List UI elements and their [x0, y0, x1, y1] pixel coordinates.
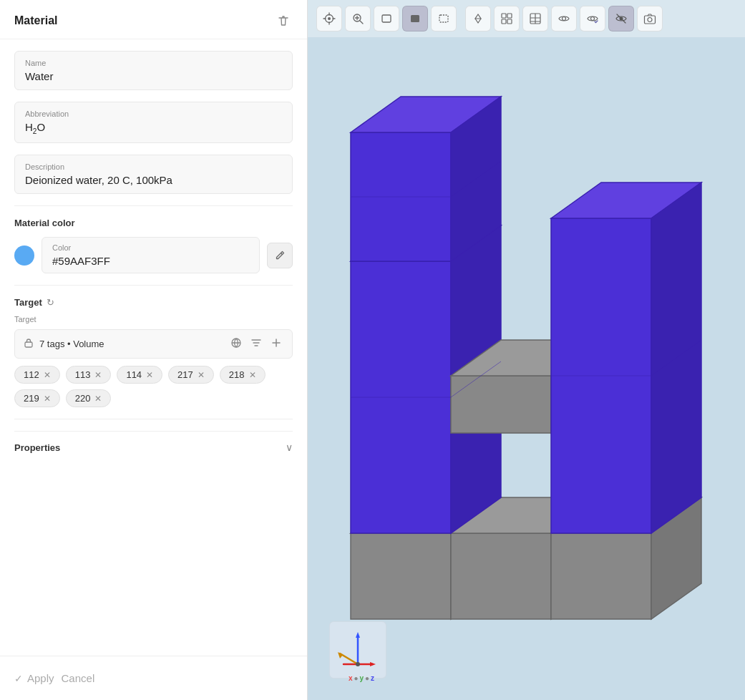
zoom-fit-icon: [351, 12, 364, 25]
abbreviation-field[interactable]: Abbreviation H2O: [14, 102, 293, 143]
description-label: Description: [25, 162, 282, 171]
tag-chip-112: 112 ✕: [14, 366, 60, 384]
camera-button[interactable]: [637, 6, 663, 31]
name-value: Water: [25, 70, 282, 82]
tag-remove-217[interactable]: ✕: [198, 371, 205, 379]
axis-labels: x ● y ● z: [349, 674, 374, 682]
tag-label: 112: [24, 369, 39, 380]
material-panel: Material Name Water Abbreviation H2O De: [0, 0, 308, 700]
svg-point-52: [356, 662, 360, 666]
axis-dot-separator-2: ●: [365, 674, 369, 682]
tag-remove-113[interactable]: ✕: [94, 371, 102, 379]
transform-icon: [472, 12, 485, 25]
tag-chip-218: 218 ✕: [220, 366, 266, 384]
eye-check-icon: [586, 12, 599, 25]
color-swatch[interactable]: [14, 246, 34, 266]
divider-2: [14, 285, 293, 286]
svg-marker-47: [356, 632, 360, 638]
divider-1: [14, 205, 293, 206]
tag-label: 217: [177, 369, 193, 380]
cancel-label: Cancel: [62, 672, 95, 684]
description-field[interactable]: Description Deionized water, 20 C, 100kP…: [14, 155, 293, 194]
svg-rect-7: [439, 15, 448, 22]
axis-indicator: x ● y ● z: [329, 621, 394, 686]
tag-remove-220[interactable]: ✕: [94, 394, 102, 403]
svg-point-17: [648, 18, 652, 22]
target-header: Target ↻: [14, 297, 293, 308]
refresh-icon[interactable]: ↻: [47, 297, 54, 308]
eye-check-button[interactable]: [580, 6, 605, 31]
apply-button[interactable]: ✓ Apply: [14, 666, 54, 690]
svg-rect-6: [411, 15, 419, 22]
edit-color-button[interactable]: [267, 243, 293, 268]
tag-label: 113: [75, 369, 91, 380]
divider-3: [14, 419, 293, 419]
solid-view-button[interactable]: [402, 6, 428, 31]
tag-label: 219: [24, 393, 39, 404]
svg-rect-8: [502, 14, 506, 18]
properties-header[interactable]: Properties ∨: [14, 442, 293, 453]
svg-rect-5: [382, 15, 391, 22]
view-all-button[interactable]: [316, 6, 342, 31]
table-icon: [529, 12, 542, 25]
transform-button[interactable]: [465, 6, 491, 31]
axis-y-label: y: [360, 674, 364, 682]
viewport-3d[interactable]: x ● y ● z: [308, 37, 745, 700]
grid-button[interactable]: [494, 6, 520, 31]
rectangle-view-button[interactable]: [374, 6, 399, 31]
material-color-section: Material color Color #59AAF3FF: [14, 218, 293, 273]
color-label: Color: [52, 243, 249, 252]
zoom-fit-button[interactable]: [345, 6, 371, 31]
svg-rect-11: [507, 19, 512, 24]
pencil-icon: [274, 250, 286, 261]
svg-point-13: [563, 17, 566, 21]
name-group: Name Water: [14, 51, 293, 90]
axis-z-label: z: [371, 674, 374, 682]
svg-marker-49: [370, 662, 376, 666]
name-field[interactable]: Name Water: [14, 51, 293, 90]
tag-remove-219[interactable]: ✕: [44, 394, 51, 403]
solid-view-icon: [409, 12, 422, 25]
panel-scroll[interactable]: Name Water Abbreviation H2O Description …: [0, 39, 307, 656]
target-tags-row: 7 tags • Volume: [14, 329, 293, 359]
scene-svg: [308, 37, 745, 700]
tags-info: 7 tags • Volume: [39, 339, 223, 349]
wireframe-button[interactable]: [431, 6, 457, 31]
description-group: Description Deionized water, 20 C, 100kP…: [14, 155, 293, 194]
viewport-toolbar: [308, 0, 745, 37]
svg-point-14: [591, 17, 595, 21]
tag-remove-218[interactable]: ✕: [249, 371, 256, 379]
table-button[interactable]: [522, 6, 548, 31]
name-label: Name: [25, 59, 282, 67]
trash-icon: [277, 14, 290, 27]
apply-label: Apply: [27, 672, 54, 684]
delete-button[interactable]: [274, 11, 293, 30]
svg-rect-9: [507, 14, 512, 18]
tag-chip-219: 219 ✕: [14, 389, 60, 407]
eye-open-button[interactable]: [551, 6, 577, 31]
description-value: Deionized water, 20 C, 100kPa: [25, 174, 282, 186]
tag-remove-114[interactable]: ✕: [146, 371, 153, 379]
view-all-icon: [323, 12, 336, 25]
tag-label: 220: [75, 393, 91, 404]
filter-button[interactable]: [249, 336, 263, 352]
axis-box: [329, 621, 386, 679]
color-field[interactable]: Color #59AAF3FF: [42, 237, 260, 273]
check-icon: ✓: [14, 673, 23, 684]
target-section: Target ↻ Target 7 tags • Volume: [14, 297, 293, 407]
properties-section: Properties ∨: [14, 431, 293, 463]
lock-icon: [24, 338, 34, 350]
eye-slash-button[interactable]: [608, 6, 634, 31]
rectangle-view-icon: [380, 12, 393, 25]
add-tag-button[interactable]: [269, 336, 283, 352]
axis-arrows-icon: [336, 628, 379, 671]
tag-remove-112[interactable]: ✕: [44, 371, 51, 379]
tag-chip-113: 113 ✕: [66, 366, 112, 384]
cancel-button[interactable]: Cancel: [62, 666, 95, 690]
target-title: Target: [14, 297, 42, 308]
globe-button[interactable]: [229, 336, 243, 352]
grid-icon: [500, 12, 513, 25]
camera-icon: [643, 12, 656, 25]
tag-label: 218: [229, 369, 245, 380]
svg-marker-25: [551, 533, 651, 619]
